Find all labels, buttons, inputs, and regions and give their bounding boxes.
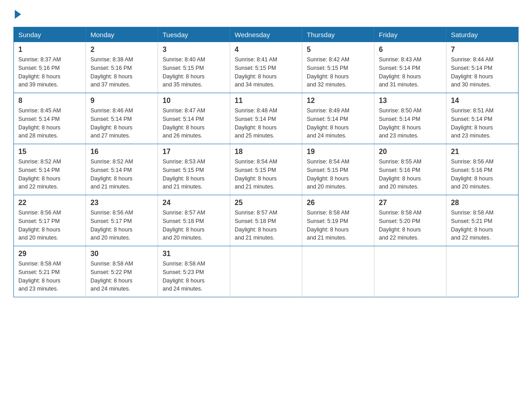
day-number: 15 <box>18 148 81 156</box>
calendar-day-cell <box>230 246 302 297</box>
day-number: 6 <box>379 46 442 54</box>
day-info: Sunrise: 8:38 AMSunset: 5:16 PMDaylight:… <box>90 56 153 89</box>
calendar-day-cell: 10Sunrise: 8:47 AMSunset: 5:14 PMDayligh… <box>158 93 230 144</box>
calendar-day-cell: 16Sunrise: 8:52 AMSunset: 5:14 PMDayligh… <box>86 144 158 195</box>
day-number: 24 <box>163 199 225 207</box>
day-of-week-header: Wednesday <box>230 27 302 43</box>
day-info: Sunrise: 8:58 AMSunset: 5:21 PMDaylight:… <box>451 209 514 242</box>
day-number: 20 <box>379 148 442 156</box>
day-of-week-header: Saturday <box>446 27 519 43</box>
day-number: 27 <box>379 199 442 207</box>
calendar-day-cell: 3Sunrise: 8:40 AMSunset: 5:15 PMDaylight… <box>158 42 230 93</box>
day-number: 28 <box>451 199 514 207</box>
calendar-header-row: SundayMondayTuesdayWednesdayThursdayFrid… <box>14 27 519 43</box>
day-number: 19 <box>307 148 369 156</box>
calendar-day-cell: 20Sunrise: 8:55 AMSunset: 5:16 PMDayligh… <box>374 144 446 195</box>
calendar-day-cell: 17Sunrise: 8:53 AMSunset: 5:15 PMDayligh… <box>158 144 230 195</box>
day-info: Sunrise: 8:51 AMSunset: 5:14 PMDaylight:… <box>451 107 514 140</box>
day-info: Sunrise: 8:58 AMSunset: 5:20 PMDaylight:… <box>379 209 442 242</box>
day-number: 11 <box>235 97 297 105</box>
day-info: Sunrise: 8:44 AMSunset: 5:14 PMDaylight:… <box>451 56 514 89</box>
day-number: 31 <box>163 250 225 258</box>
day-of-week-header: Thursday <box>302 27 374 43</box>
day-number: 1 <box>18 46 81 54</box>
day-info: Sunrise: 8:47 AMSunset: 5:14 PMDaylight:… <box>163 107 225 140</box>
logo-arrow-icon <box>15 10 21 19</box>
day-number: 22 <box>18 199 81 207</box>
day-info: Sunrise: 8:57 AMSunset: 5:18 PMDaylight:… <box>235 209 297 242</box>
day-number: 2 <box>90 46 153 54</box>
day-number: 18 <box>235 148 297 156</box>
calendar-day-cell: 8Sunrise: 8:45 AMSunset: 5:14 PMDaylight… <box>14 93 86 144</box>
day-info: Sunrise: 8:54 AMSunset: 5:15 PMDaylight:… <box>235 158 297 191</box>
calendar-day-cell: 30Sunrise: 8:58 AMSunset: 5:22 PMDayligh… <box>86 246 158 297</box>
day-number: 12 <box>307 97 369 105</box>
calendar-day-cell: 22Sunrise: 8:56 AMSunset: 5:17 PMDayligh… <box>14 195 86 246</box>
calendar-day-cell: 5Sunrise: 8:42 AMSunset: 5:15 PMDaylight… <box>302 42 374 93</box>
calendar-day-cell: 19Sunrise: 8:54 AMSunset: 5:15 PMDayligh… <box>302 144 374 195</box>
day-info: Sunrise: 8:50 AMSunset: 5:14 PMDaylight:… <box>379 107 442 140</box>
calendar-week-row: 29Sunrise: 8:58 AMSunset: 5:21 PMDayligh… <box>14 246 519 297</box>
day-info: Sunrise: 8:42 AMSunset: 5:15 PMDaylight:… <box>307 56 369 89</box>
day-number: 3 <box>163 46 225 54</box>
calendar-day-cell: 12Sunrise: 8:49 AMSunset: 5:14 PMDayligh… <box>302 93 374 144</box>
day-info: Sunrise: 8:46 AMSunset: 5:14 PMDaylight:… <box>90 107 153 140</box>
day-info: Sunrise: 8:58 AMSunset: 5:22 PMDaylight:… <box>90 260 153 293</box>
day-info: Sunrise: 8:41 AMSunset: 5:15 PMDaylight:… <box>235 56 297 89</box>
day-number: 10 <box>163 97 225 105</box>
day-info: Sunrise: 8:48 AMSunset: 5:14 PMDaylight:… <box>235 107 297 140</box>
day-info: Sunrise: 8:58 AMSunset: 5:23 PMDaylight:… <box>163 260 225 293</box>
calendar-day-cell: 15Sunrise: 8:52 AMSunset: 5:14 PMDayligh… <box>14 144 86 195</box>
calendar-day-cell: 21Sunrise: 8:56 AMSunset: 5:16 PMDayligh… <box>446 144 519 195</box>
calendar-day-cell <box>446 246 519 297</box>
calendar-day-cell: 29Sunrise: 8:58 AMSunset: 5:21 PMDayligh… <box>14 246 86 297</box>
day-info: Sunrise: 8:56 AMSunset: 5:16 PMDaylight:… <box>451 158 514 191</box>
day-number: 25 <box>235 199 297 207</box>
calendar-week-row: 8Sunrise: 8:45 AMSunset: 5:14 PMDaylight… <box>14 93 519 144</box>
day-number: 5 <box>307 46 369 54</box>
day-info: Sunrise: 8:56 AMSunset: 5:17 PMDaylight:… <box>90 209 153 242</box>
day-number: 23 <box>90 199 153 207</box>
calendar-day-cell: 9Sunrise: 8:46 AMSunset: 5:14 PMDaylight… <box>86 93 158 144</box>
calendar-day-cell: 26Sunrise: 8:58 AMSunset: 5:19 PMDayligh… <box>302 195 374 246</box>
day-of-week-header: Tuesday <box>158 27 230 43</box>
calendar-day-cell: 23Sunrise: 8:56 AMSunset: 5:17 PMDayligh… <box>86 195 158 246</box>
calendar-day-cell: 1Sunrise: 8:37 AMSunset: 5:16 PMDaylight… <box>14 42 86 93</box>
page-header <box>13 9 519 18</box>
day-info: Sunrise: 8:45 AMSunset: 5:14 PMDaylight:… <box>18 107 81 140</box>
day-info: Sunrise: 8:58 AMSunset: 5:19 PMDaylight:… <box>307 209 369 242</box>
calendar-day-cell <box>374 246 446 297</box>
day-number: 13 <box>379 97 442 105</box>
day-info: Sunrise: 8:57 AMSunset: 5:18 PMDaylight:… <box>163 209 225 242</box>
calendar-day-cell: 11Sunrise: 8:48 AMSunset: 5:14 PMDayligh… <box>230 93 302 144</box>
calendar-day-cell: 13Sunrise: 8:50 AMSunset: 5:14 PMDayligh… <box>374 93 446 144</box>
day-number: 9 <box>90 97 153 105</box>
calendar-day-cell: 4Sunrise: 8:41 AMSunset: 5:15 PMDaylight… <box>230 42 302 93</box>
day-number: 30 <box>90 250 153 258</box>
day-info: Sunrise: 8:49 AMSunset: 5:14 PMDaylight:… <box>307 107 369 140</box>
calendar-day-cell: 27Sunrise: 8:58 AMSunset: 5:20 PMDayligh… <box>374 195 446 246</box>
day-number: 7 <box>451 46 514 54</box>
calendar-day-cell: 14Sunrise: 8:51 AMSunset: 5:14 PMDayligh… <box>446 93 519 144</box>
day-number: 17 <box>163 148 225 156</box>
day-info: Sunrise: 8:37 AMSunset: 5:16 PMDaylight:… <box>18 56 81 89</box>
day-number: 29 <box>18 250 81 258</box>
day-number: 14 <box>451 97 514 105</box>
calendar-day-cell: 2Sunrise: 8:38 AMSunset: 5:16 PMDaylight… <box>86 42 158 93</box>
day-info: Sunrise: 8:54 AMSunset: 5:15 PMDaylight:… <box>307 158 369 191</box>
day-info: Sunrise: 8:58 AMSunset: 5:21 PMDaylight:… <box>18 260 81 293</box>
calendar-week-row: 1Sunrise: 8:37 AMSunset: 5:16 PMDaylight… <box>14 42 519 93</box>
calendar-day-cell: 31Sunrise: 8:58 AMSunset: 5:23 PMDayligh… <box>158 246 230 297</box>
day-number: 21 <box>451 148 514 156</box>
calendar-day-cell <box>302 246 374 297</box>
day-of-week-header: Monday <box>86 27 158 43</box>
calendar-day-cell: 18Sunrise: 8:54 AMSunset: 5:15 PMDayligh… <box>230 144 302 195</box>
day-number: 26 <box>307 199 369 207</box>
day-info: Sunrise: 8:52 AMSunset: 5:14 PMDaylight:… <box>90 158 153 191</box>
day-info: Sunrise: 8:56 AMSunset: 5:17 PMDaylight:… <box>18 209 81 242</box>
calendar-table: SundayMondayTuesdayWednesdayThursdayFrid… <box>13 27 519 297</box>
day-info: Sunrise: 8:43 AMSunset: 5:14 PMDaylight:… <box>379 56 442 89</box>
day-of-week-header: Friday <box>374 27 446 43</box>
day-number: 4 <box>235 46 297 54</box>
day-info: Sunrise: 8:55 AMSunset: 5:16 PMDaylight:… <box>379 158 442 191</box>
